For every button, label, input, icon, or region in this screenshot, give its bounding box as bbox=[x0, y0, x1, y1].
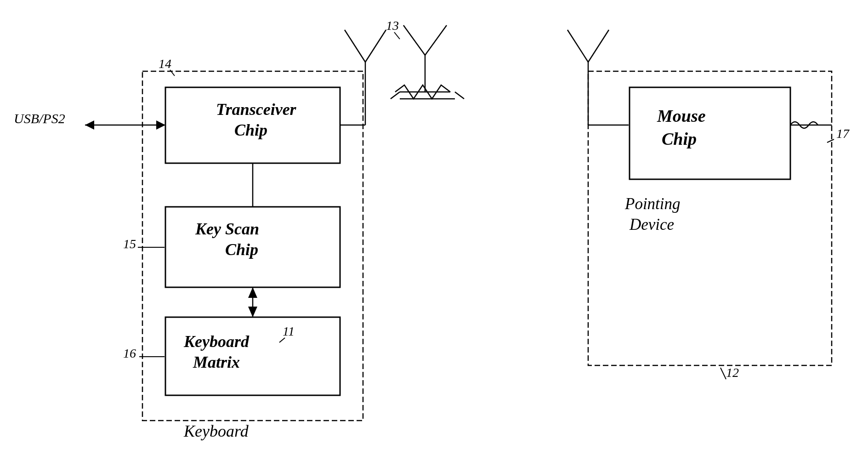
diagram-container: 14 11 Transceiver Chip Key Scan Chip 15 … bbox=[0, 0, 868, 467]
pointing-label-2: Device bbox=[629, 216, 674, 234]
svg-line-17 bbox=[403, 25, 425, 55]
svg-line-18 bbox=[425, 25, 447, 55]
keyboard-matrix-label-1: Keyboard bbox=[183, 332, 250, 351]
keyboard-matrix-box bbox=[165, 317, 340, 395]
mouse-chip-label-2: Chip bbox=[662, 129, 697, 148]
ref-15-label: 15 bbox=[123, 237, 136, 251]
ref-14-label: 14 bbox=[159, 57, 171, 71]
svg-line-20 bbox=[391, 92, 400, 99]
ref-12-label: 12 bbox=[726, 365, 739, 380]
svg-marker-7 bbox=[248, 307, 257, 317]
ref-11-label: 11 bbox=[283, 324, 295, 338]
key-scan-chip-label-2: Chip bbox=[225, 240, 258, 259]
key-scan-chip-label-1: Key Scan bbox=[195, 220, 259, 238]
transceiver-chip-label-2: Chip bbox=[234, 121, 267, 139]
svg-marker-6 bbox=[248, 287, 257, 298]
transceiver-chip-label-1: Transceiver bbox=[216, 100, 297, 119]
mouse-chip-label-1: Mouse bbox=[657, 106, 706, 125]
keyboard-bottom-label: Keyboard bbox=[183, 422, 249, 440]
svg-line-23 bbox=[720, 368, 726, 379]
svg-line-22 bbox=[455, 92, 464, 99]
svg-line-27 bbox=[567, 30, 588, 62]
keyboard-matrix-label-2: Matrix bbox=[193, 353, 240, 371]
svg-marker-13 bbox=[85, 120, 94, 130]
svg-line-1 bbox=[279, 338, 285, 342]
svg-line-10 bbox=[345, 30, 365, 62]
ref-13-label: 13 bbox=[386, 18, 399, 33]
svg-line-15 bbox=[394, 32, 400, 39]
pointing-label-1: Pointing bbox=[624, 195, 681, 213]
svg-line-28 bbox=[588, 30, 609, 62]
mouse-chip-box bbox=[630, 87, 790, 179]
usb-ps2-label: USB/PS2 bbox=[14, 111, 65, 126]
svg-marker-14 bbox=[156, 120, 165, 130]
ref-17-label: 17 bbox=[836, 126, 850, 141]
svg-line-11 bbox=[365, 30, 386, 62]
pointing-device-dashed-box bbox=[588, 71, 832, 365]
svg-line-24 bbox=[827, 139, 834, 142]
ref-16-label: 16 bbox=[123, 346, 136, 360]
